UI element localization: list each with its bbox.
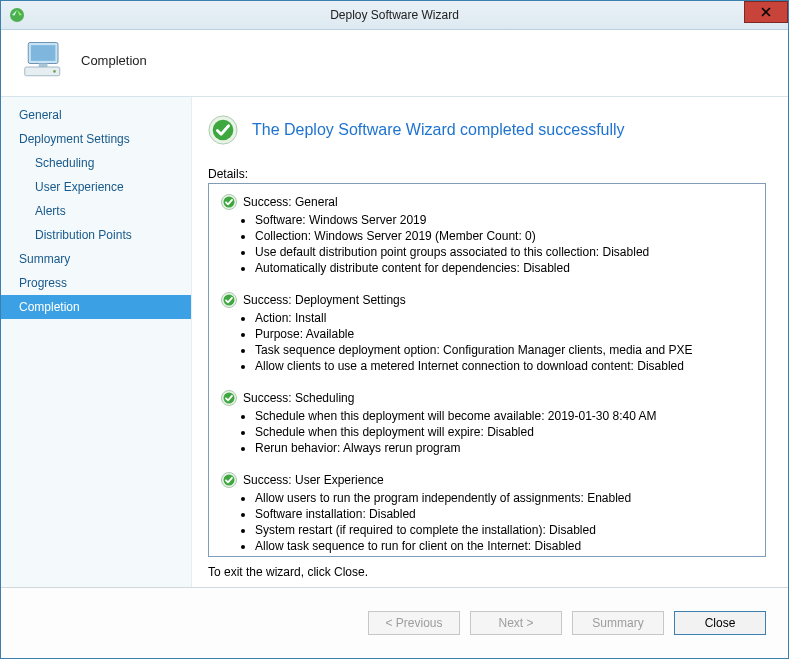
section-item: Rerun behavior: Always rerun program <box>255 440 753 456</box>
section-list: Software: Windows Server 2019Collection:… <box>221 212 753 276</box>
window-close-button[interactable] <box>744 1 788 23</box>
close-button[interactable]: Close <box>674 611 766 635</box>
section-header: Success: Deployment Settings <box>221 292 753 308</box>
next-button: Next > <box>470 611 562 635</box>
section-item: Collection: Windows Server 2019 (Member … <box>255 228 753 244</box>
section-item: System restart (if required to complete … <box>255 522 753 538</box>
details-section: Success: SchedulingSchedule when this de… <box>221 390 753 456</box>
section-item: Schedule when this deployment will becom… <box>255 408 753 424</box>
section-header: Success: User Experience <box>221 472 753 488</box>
exit-hint: To exit the wizard, click Close. <box>208 565 766 579</box>
section-item: Use default distribution point groups as… <box>255 244 753 260</box>
details-box[interactable]: Success: GeneralSoftware: Windows Server… <box>208 183 766 557</box>
details-section: Success: Deployment SettingsAction: Inst… <box>221 292 753 374</box>
section-item: Action: Install <box>255 310 753 326</box>
main-panel: The Deploy Software Wizard completed suc… <box>192 97 788 587</box>
wizard-window: Deploy Software Wizard Completion Genera… <box>0 0 789 659</box>
section-item: Task sequence deployment option: Configu… <box>255 342 753 358</box>
nav-item-general[interactable]: General <box>1 103 191 127</box>
previous-button: < Previous <box>368 611 460 635</box>
nav-item-summary[interactable]: Summary <box>1 247 191 271</box>
section-item: Allow task sequence to run for client on… <box>255 538 753 554</box>
wizard-nav: GeneralDeployment SettingsSchedulingUser… <box>1 97 192 587</box>
titlebar: Deploy Software Wizard <box>1 1 788 30</box>
section-item: Software installation: Disabled <box>255 506 753 522</box>
section-title: Success: Deployment Settings <box>243 293 406 307</box>
window-title: Deploy Software Wizard <box>1 8 788 22</box>
result-row: The Deploy Software Wizard completed suc… <box>208 115 766 145</box>
nav-item-alerts[interactable]: Alerts <box>1 199 191 223</box>
section-item: Software: Windows Server 2019 <box>255 212 753 228</box>
section-item: Allow clients to use a metered Internet … <box>255 358 753 374</box>
section-item: Allow users to run the program independe… <box>255 490 753 506</box>
details-section: Success: User ExperienceAllow users to r… <box>221 472 753 554</box>
success-icon <box>221 292 237 308</box>
svg-rect-3 <box>39 64 48 68</box>
section-item: Schedule when this deployment will expir… <box>255 424 753 440</box>
wizard-body: GeneralDeployment SettingsSchedulingUser… <box>1 96 788 587</box>
section-title: Success: Scheduling <box>243 391 354 405</box>
result-message: The Deploy Software Wizard completed suc… <box>252 121 625 139</box>
section-title: Success: General <box>243 195 338 209</box>
svg-point-5 <box>53 70 56 73</box>
nav-item-deployment-settings[interactable]: Deployment Settings <box>1 127 191 151</box>
nav-item-distribution-points[interactable]: Distribution Points <box>1 223 191 247</box>
nav-item-user-experience[interactable]: User Experience <box>1 175 191 199</box>
nav-item-scheduling[interactable]: Scheduling <box>1 151 191 175</box>
nav-item-progress[interactable]: Progress <box>1 271 191 295</box>
details-label: Details: <box>208 167 766 181</box>
section-header: Success: Scheduling <box>221 390 753 406</box>
section-list: Allow users to run the program independe… <box>221 490 753 554</box>
section-header: Success: General <box>221 194 753 210</box>
section-item: Purpose: Available <box>255 326 753 342</box>
nav-item-completion[interactable]: Completion <box>1 295 191 319</box>
wizard-header: Completion <box>1 30 788 96</box>
section-list: Action: InstallPurpose: AvailableTask se… <box>221 310 753 374</box>
section-list: Schedule when this deployment will becom… <box>221 408 753 456</box>
wizard-footer: < Previous Next > Summary Close <box>1 587 788 658</box>
svg-rect-2 <box>31 45 56 61</box>
section-item: Automatically distribute content for dep… <box>255 260 753 276</box>
success-icon <box>221 390 237 406</box>
monitor-icon <box>23 40 65 80</box>
success-icon <box>221 472 237 488</box>
success-icon <box>221 194 237 210</box>
summary-button: Summary <box>572 611 664 635</box>
details-section: Success: GeneralSoftware: Windows Server… <box>221 194 753 276</box>
page-heading: Completion <box>81 53 147 68</box>
success-icon <box>208 115 238 145</box>
section-title: Success: User Experience <box>243 473 384 487</box>
